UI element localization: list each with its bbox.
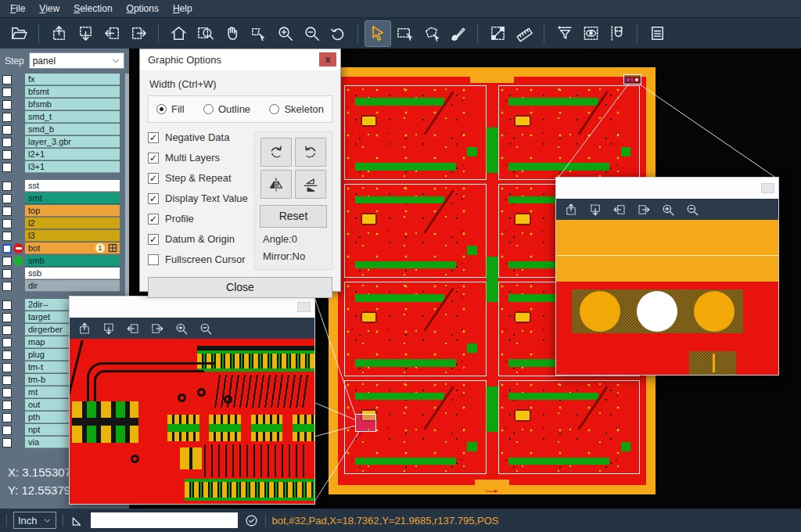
layer-visibility-checkbox[interactable] xyxy=(2,426,12,435)
pan-up-button[interactable] xyxy=(46,21,71,46)
menu-item-options[interactable]: Options xyxy=(120,2,166,16)
layer-row-fx[interactable]: fx xyxy=(0,74,129,85)
diagonal-measure-button[interactable] xyxy=(485,21,510,46)
open-folder-button[interactable] xyxy=(6,21,31,46)
menu-item-selection[interactable]: Selection xyxy=(66,2,119,16)
checkbox-profile[interactable]: ✓Profile xyxy=(148,213,254,225)
menu-item-view[interactable]: View xyxy=(32,2,66,16)
radio-dot[interactable] xyxy=(269,104,279,114)
layer-row-top[interactable]: top xyxy=(0,205,129,217)
layer-row-layer_3.gbr[interactable]: layer_3.gbr xyxy=(0,136,129,148)
checkbox-multi-layers[interactable]: ✓Multi Layers xyxy=(148,152,254,164)
layer-name-label[interactable]: fx xyxy=(25,74,120,85)
layer-name-label[interactable]: bfsmb xyxy=(25,99,120,110)
pan-left-button[interactable] xyxy=(126,322,140,336)
layer-row-bfsmt[interactable]: bfsmt xyxy=(0,86,129,98)
layer-visibility-checkbox[interactable] xyxy=(2,269,12,279)
zoom-window-right-view[interactable] xyxy=(556,220,778,375)
zoom-in-button[interactable] xyxy=(272,21,297,46)
layer-visibility-checkbox[interactable] xyxy=(2,125,12,135)
radio-fill[interactable]: Fill xyxy=(156,103,185,115)
layer-name-label[interactable]: smb xyxy=(25,255,120,267)
rect-select-button[interactable] xyxy=(392,21,417,46)
report-doc-button[interactable] xyxy=(645,21,670,46)
layer-visibility-checkbox[interactable] xyxy=(2,113,12,122)
layer-name-label[interactable]: l3+1 xyxy=(25,161,120,173)
menu-item-file[interactable]: File xyxy=(3,2,32,16)
layer-name-label[interactable]: smd_t xyxy=(25,111,120,123)
zoom-previous-button[interactable] xyxy=(325,21,350,46)
zoom-out-button[interactable] xyxy=(685,203,699,217)
close-button[interactable]: Close xyxy=(148,277,332,298)
layer-visibility-checkbox[interactable] xyxy=(2,207,12,216)
command-input[interactable] xyxy=(91,512,238,528)
layer-name-label[interactable]: smt xyxy=(25,192,120,204)
layer-visibility-checkbox[interactable] xyxy=(2,100,12,110)
radio-dot[interactable] xyxy=(203,104,214,114)
checkbox-display-text-value[interactable]: ✓Display Text Value xyxy=(148,192,254,204)
menu-item-help[interactable]: Help xyxy=(166,2,199,16)
pan-down-button[interactable] xyxy=(102,322,116,336)
pan-right-button[interactable] xyxy=(637,203,651,217)
layer-row-ssb[interactable]: ssb xyxy=(0,268,129,279)
pan-up-button[interactable] xyxy=(77,322,92,336)
checkbox-box[interactable] xyxy=(148,254,159,265)
checkbox-datum-origin[interactable]: ✓Datum & Origin xyxy=(148,233,254,245)
layer-name-label[interactable]: ssb xyxy=(25,268,120,279)
layer-row-l2+1[interactable]: l2+1 xyxy=(0,149,129,160)
layer-visibility-checkbox[interactable] xyxy=(2,150,12,160)
layer-row-smb[interactable]: smb xyxy=(0,255,129,267)
reset-button[interactable]: Reset xyxy=(260,205,327,228)
pan-down-button[interactable] xyxy=(73,21,98,46)
layer-visibility-checkbox[interactable] xyxy=(2,182,12,191)
radio-outline[interactable]: Outline xyxy=(203,103,250,115)
layer-visibility-checkbox[interactable] xyxy=(2,163,12,172)
layer-row-smt[interactable]: smt xyxy=(0,192,129,204)
zoom-selection-box-fiducial[interactable] xyxy=(623,74,641,84)
checkbox-box[interactable]: ✓ xyxy=(148,153,159,164)
layer-name-label[interactable]: sst xyxy=(25,180,120,192)
pan-up-button[interactable] xyxy=(564,203,578,217)
checkbox-box[interactable]: ✓ xyxy=(148,234,159,245)
mirror-horizontal-button[interactable] xyxy=(260,170,292,199)
home-button[interactable] xyxy=(166,21,191,46)
step-dropdown[interactable]: panel xyxy=(29,52,124,69)
zoom-out-button[interactable] xyxy=(199,322,213,336)
pan-left-button[interactable] xyxy=(99,21,124,46)
layer-visibility-checkbox[interactable] xyxy=(2,257,12,266)
dialog-title-bar[interactable]: Graphic Options x xyxy=(140,49,340,70)
shape-drag-button[interactable] xyxy=(246,21,271,46)
layer-name-label[interactable]: bot1 xyxy=(25,243,120,254)
layer-row-l2[interactable]: l2 xyxy=(0,217,129,229)
dialog-close-icon[interactable]: x xyxy=(319,52,336,66)
layer-visibility-checkbox[interactable] xyxy=(2,138,12,147)
layer-row-smd_t[interactable]: smd_t xyxy=(0,111,129,123)
pan-right-button[interactable] xyxy=(150,322,164,336)
pan-left-button[interactable] xyxy=(612,203,627,217)
layer-name-label[interactable]: layer_3.gbr xyxy=(25,136,120,148)
zoom-in-button[interactable] xyxy=(174,322,189,336)
zoom-out-button[interactable] xyxy=(299,21,324,46)
layer-row-smd_b[interactable]: smd_b xyxy=(0,124,129,135)
layer-visibility-checkbox[interactable] xyxy=(2,338,12,347)
layer-visibility-checkbox[interactable] xyxy=(2,388,12,397)
corner-angle-icon[interactable] xyxy=(70,513,84,528)
zoom-in-button[interactable] xyxy=(661,203,675,217)
rotate-ccw-button[interactable] xyxy=(295,138,326,167)
layer-visibility-checkbox[interactable] xyxy=(2,413,12,422)
checkbox-box[interactable]: ✓ xyxy=(148,214,159,225)
layer-name-label[interactable]: smd_b xyxy=(25,124,120,135)
layer-row-sst[interactable]: sst xyxy=(0,180,129,192)
layer-name-label[interactable]: bfsmt xyxy=(25,86,120,98)
apply-check-icon[interactable] xyxy=(244,513,259,528)
layer-row-l3[interactable]: l3 xyxy=(0,230,129,242)
zoom-window-right-title-bar[interactable] xyxy=(556,178,778,199)
snap-magnet-button[interactable] xyxy=(605,21,630,46)
zoom-window-button[interactable] xyxy=(192,21,217,46)
layer-visibility-checkbox[interactable] xyxy=(2,350,12,360)
brush-button[interactable] xyxy=(445,21,470,46)
layer-visibility-checkbox[interactable] xyxy=(2,325,12,335)
window-menu-button[interactable] xyxy=(761,183,774,193)
pan-hand-button[interactable] xyxy=(219,21,244,46)
layer-row-bot[interactable]: bot1 xyxy=(0,243,129,254)
